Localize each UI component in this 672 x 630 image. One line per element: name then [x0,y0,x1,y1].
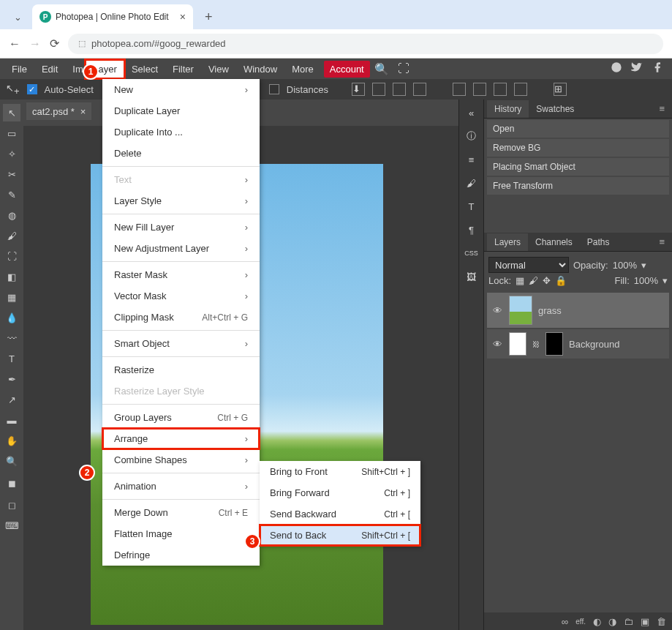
site-info-icon[interactable]: ⬚ [78,39,86,48]
close-doc-icon[interactable]: × [80,106,86,117]
hand-tool[interactable]: ✋ [3,432,20,449]
tab-layers[interactable]: Layers [487,233,528,251]
menu-delete[interactable]: Delete [102,143,260,164]
menu-more[interactable]: More [284,60,321,78]
layer-row[interactable]: 👁 ⛓ Background [487,329,669,359]
menu-duplicate-into[interactable]: Duplicate Into ... [102,121,260,143]
menu-select[interactable]: Select [124,60,165,78]
spacing-icon[interactable] [514,83,527,96]
eraser-tool[interactable]: ◧ [3,268,20,285]
move-tool[interactable]: ↖ [3,104,20,121]
link-layer-icon[interactable]: ∞ [562,616,568,627]
tab-swatches[interactable]: Swatches [529,100,581,118]
paragraph-icon[interactable]: ¶ [463,221,480,239]
menu-merge-down[interactable]: Merge DownCtrl + E [102,502,260,523]
dodge-tool[interactable]: 〰 [3,329,20,347]
image-icon[interactable]: 🖼 [463,268,480,285]
document-tab[interactable]: cat2.psd * × [26,102,91,120]
menu-send-to-back[interactable]: Send to BackShift+Ctrl + [ [260,525,420,546]
brush-tool[interactable]: 🖌 [3,227,20,244]
menu-raster-mask[interactable]: Raster Mask› [102,264,260,285]
wand-tool[interactable]: ✧ [3,145,20,162]
download-icon[interactable]: ⬇ [352,83,365,96]
info-icon[interactable]: ⓘ [463,127,480,145]
adjustment-icon[interactable]: ◑ [608,616,616,627]
grid-icon[interactable]: ⊞ [554,83,567,96]
back-icon[interactable]: ← [9,37,20,50]
panel-menu-icon[interactable]: ≡ [654,236,669,247]
menu-smart-object[interactable]: Smart Object› [102,333,260,354]
link-icon[interactable]: ⛓ [532,340,540,348]
history-item[interactable]: Free Transform [487,177,669,195]
new-layer-icon[interactable]: ▣ [641,616,649,627]
history-item[interactable]: Open [487,120,669,138]
close-tab-icon[interactable]: × [180,11,186,23]
quickmask-tool[interactable]: ◻ [3,496,20,514]
gradient-tool[interactable]: ▦ [3,288,20,306]
settings-lines-icon[interactable]: ≡ [463,151,480,168]
distribute-icon[interactable] [494,83,507,96]
url-input[interactable]: ⬚ photopea.com/#goog_rewarded [68,34,663,54]
forward-icon[interactable]: → [29,37,41,50]
menu-send-backward[interactable]: Send BackwardCtrl + [ [260,503,420,525]
stamp-tool[interactable]: ⛶ [3,247,20,265]
layer-row[interactable]: 👁 grass [487,293,669,328]
fill-value[interactable]: 100% [634,275,658,286]
lock-transparent-icon[interactable]: ▦ [516,275,524,286]
facebook-icon[interactable] [647,61,668,76]
new-tab-icon[interactable]: + [205,10,213,25]
menu-new-adjustment[interactable]: New Adjustment Layer› [102,238,260,259]
tab-history[interactable]: History [487,100,529,118]
crop-tool[interactable]: ✂ [3,165,20,183]
fullscreen-icon[interactable]: ⛶ [393,62,414,75]
folder-icon[interactable]: 🗀 [624,616,633,627]
menu-edit[interactable]: Edit [34,60,65,78]
panel-menu-icon[interactable]: ≡ [654,103,669,114]
distribute-h-icon[interactable] [453,83,466,96]
menu-view[interactable]: View [201,60,236,78]
marquee-tool[interactable]: ▭ [3,124,20,142]
auto-select-checkbox[interactable]: ✓ [27,84,37,94]
menu-defringe[interactable]: Defringe [102,544,260,566]
type-tool[interactable]: T [3,350,20,367]
history-item[interactable]: Remove BG [487,139,669,157]
visibility-icon[interactable]: 👁 [491,305,503,316]
zoom-tool[interactable]: 🔍 [3,452,20,470]
trash-icon[interactable]: 🗑 [657,616,666,627]
heal-tool[interactable]: ◍ [3,206,20,224]
menu-filter[interactable]: Filter [165,60,201,78]
opacity-value[interactable]: 100% [613,260,637,271]
menu-arrange[interactable]: Arrange› [102,428,260,449]
tab-paths[interactable]: Paths [580,233,617,251]
history-item[interactable]: Placing Smart Object [487,158,669,176]
menu-bring-forward[interactable]: Bring ForwardCtrl + ] [260,482,420,503]
menu-vector-mask[interactable]: Vector Mask› [102,285,260,307]
mask-icon[interactable]: ◐ [593,616,601,627]
menu-bring-to-front[interactable]: Bring to FrontShift+Ctrl + ] [260,461,420,482]
menu-flatten[interactable]: Flatten Image [102,523,260,544]
brush-panel-icon[interactable]: 🖌 [463,174,480,192]
shape-tool[interactable]: ▬ [3,411,20,429]
menu-duplicate-layer[interactable]: Duplicate Layer [102,100,260,121]
layer-thumb[interactable] [509,296,532,325]
menu-new[interactable]: New› [102,79,260,100]
screen-mode-tool[interactable]: ⌨ [3,517,20,534]
chevron-down-icon[interactable]: ⌄ [7,7,28,27]
menu-file[interactable]: File [4,60,34,78]
path-tool[interactable]: ↗ [3,391,20,408]
dropdown-icon[interactable]: ▾ [662,275,668,286]
menu-rasterize[interactable]: Rasterize [102,359,260,380]
lock-all-icon[interactable]: 🔒 [555,275,567,286]
align-left-icon[interactable] [372,83,385,96]
menu-animation[interactable]: Animation› [102,476,260,497]
css-icon[interactable]: CSS [463,244,480,262]
tab-channels[interactable]: Channels [528,233,580,251]
menu-window[interactable]: Window [236,60,284,78]
menu-clipping-mask[interactable]: Clipping MaskAlt+Ctrl + G [102,307,260,328]
menu-combine-shapes[interactable]: Combine Shapes› [102,449,260,470]
reload-icon[interactable]: ⟳ [50,37,59,50]
align-right-icon[interactable] [413,83,426,96]
blur-tool[interactable]: 💧 [3,309,20,326]
distances-checkbox[interactable] [269,84,279,94]
layer-mask-thumb[interactable] [545,332,563,356]
